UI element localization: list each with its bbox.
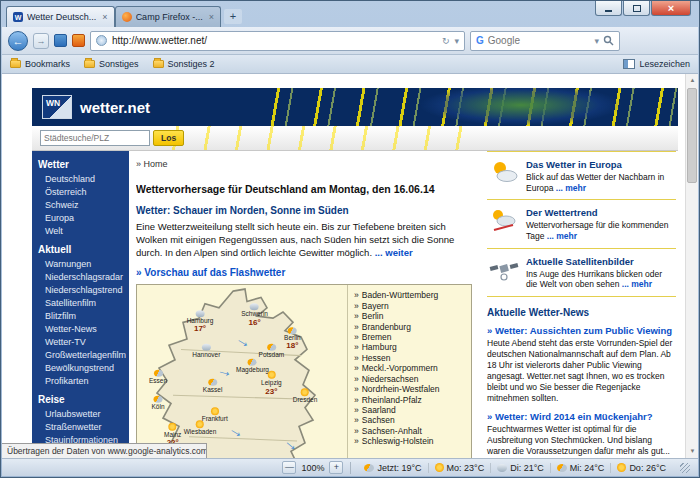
tab-close-icon[interactable]: × xyxy=(102,12,107,22)
url-input[interactable] xyxy=(112,35,437,46)
state-link[interactable]: »Berlin xyxy=(354,311,465,321)
magnifier-icon[interactable] xyxy=(603,35,614,46)
state-link[interactable]: »Saarland xyxy=(354,405,465,415)
city-search-input[interactable] xyxy=(40,130,150,146)
right-column: Das Wetter in Europa Blick auf das Wette… xyxy=(479,151,678,458)
city-search-button[interactable]: Los xyxy=(153,130,184,146)
zoom-out-button[interactable]: — xyxy=(282,461,296,474)
sidebar-item[interactable]: Europa xyxy=(32,212,129,225)
flashwetter-box: Hamburg17°Schwerin16°Berlin18°HannoverPo… xyxy=(136,284,472,458)
state-label: Bayern xyxy=(362,301,389,311)
state-link[interactable]: »Sachsen xyxy=(354,415,465,425)
chevron-down-icon[interactable]: ▾ xyxy=(454,36,459,46)
addon-weather-item[interactable]: Jetzt: 19°C xyxy=(358,463,427,473)
chevron-down-icon[interactable]: ▾ xyxy=(594,36,599,46)
page-columns: WetterDeutschlandÖsterreichSchweizEuropa… xyxy=(32,151,678,458)
addon-weather-item[interactable]: Di: 21°C xyxy=(490,463,550,473)
sidebar-item[interactable]: Straßenwetter xyxy=(32,421,129,434)
news-title-link[interactable]: » Wetter: Aussichten zum Public Viewing xyxy=(487,325,676,336)
sidebar-item[interactable]: Warnungen xyxy=(32,258,129,271)
state-link[interactable]: »Schleswig-Holstein xyxy=(354,436,465,446)
state-link[interactable]: »Meckl.-Vorpommern xyxy=(354,363,465,373)
sidebar-item[interactable]: Österreich xyxy=(32,186,129,199)
promo-title-link[interactable]: Der Wettertrend xyxy=(526,207,674,218)
addon-weather-item[interactable]: Mi: 24°C xyxy=(550,463,611,473)
tab-wetter[interactable]: W Wetter Deutsch... × xyxy=(6,6,115,27)
scrollbar-thumb[interactable] xyxy=(687,88,697,183)
sidebar-item[interactable]: Blitzfilm xyxy=(32,310,129,323)
bookmark-item[interactable]: Sonstiges 2 xyxy=(153,59,215,69)
minimize-button[interactable] xyxy=(595,1,622,16)
state-link[interactable]: »Sachsen-Anhalt xyxy=(354,426,465,436)
promo-item[interactable]: Aktuelle Satellitenbilder Ins Auge des H… xyxy=(487,249,676,297)
scroll-down-icon[interactable]: ▼ xyxy=(686,445,698,458)
sidebar-item[interactable]: Niederschlagsradar xyxy=(32,271,129,284)
mehr-link[interactable]: ... mehr xyxy=(622,279,652,289)
state-label: Schleswig-Holstein xyxy=(362,436,434,446)
bookmark-item[interactable]: Bookmarks xyxy=(10,59,70,69)
reload-icon[interactable]: ↻ xyxy=(442,36,450,46)
web-search-input[interactable] xyxy=(488,35,591,46)
zoom-in-button[interactable]: + xyxy=(329,461,343,474)
resize-grip[interactable] xyxy=(680,463,690,473)
state-link[interactable]: »Hamburg xyxy=(354,342,465,352)
promo-title-link[interactable]: Das Wetter in Europa xyxy=(526,159,674,170)
breadcrumb[interactable]: » Home xyxy=(136,159,472,169)
tab-close-icon[interactable]: × xyxy=(209,12,214,22)
weather-sun-icon xyxy=(617,463,626,472)
arrow-icon: » xyxy=(354,426,359,436)
sidebar-item[interactable]: Niederschlagstrend xyxy=(32,284,129,297)
state-link[interactable]: »Baden-Württemberg xyxy=(354,290,465,300)
sidebar-section-title[interactable]: Reise xyxy=(32,388,129,408)
sidebar-item[interactable]: Schweiz xyxy=(32,199,129,212)
extension-icon[interactable] xyxy=(54,34,67,47)
addon-weather-item[interactable]: Do: 26°C xyxy=(610,463,672,473)
bookmark-item[interactable]: Sonstiges xyxy=(84,59,139,69)
mehr-link[interactable]: ... mehr xyxy=(556,183,586,193)
url-bar[interactable]: ↻ ▾ xyxy=(90,31,465,51)
state-link[interactable]: »Bremen xyxy=(354,332,465,342)
sidebar-item[interactable]: Urlaubswetter xyxy=(32,408,129,421)
forward-button[interactable]: → xyxy=(33,33,49,49)
site-logo[interactable]: WN xyxy=(42,95,72,119)
extension-icon[interactable] xyxy=(72,34,85,47)
addon-weather-item[interactable]: Mo: 23°C xyxy=(428,463,491,473)
promo-title-link[interactable]: Aktuelle Satellitenbilder xyxy=(526,256,674,267)
promo-item[interactable]: Das Wetter in Europa Blick auf das Wette… xyxy=(487,152,676,200)
weiter-link[interactable]: ... weiter xyxy=(375,247,413,258)
arrow-icon: » xyxy=(354,311,359,321)
news-title-link[interactable]: » Wetter: Wird 2014 ein Mückenjahr? xyxy=(487,411,676,422)
state-link[interactable]: »Rheinland-Pfalz xyxy=(354,395,465,405)
tab-campfirefox[interactable]: Camp Firefox -... × xyxy=(115,6,221,27)
lesezeichen-button[interactable]: Lesezeichen xyxy=(623,59,690,69)
state-link[interactable]: »Hessen xyxy=(354,353,465,363)
sidebar-section-title[interactable]: Wetter xyxy=(32,153,129,173)
promo-item[interactable]: Der Wettertrend Wettervorhersage für die… xyxy=(487,200,676,248)
back-button[interactable]: ← xyxy=(8,31,28,51)
mehr-link[interactable]: ... mehr xyxy=(547,231,577,241)
sidebar-item[interactable]: Welt xyxy=(32,225,129,238)
arrow-icon: » xyxy=(354,363,359,373)
maximize-button[interactable] xyxy=(623,1,650,16)
sidebar-item[interactable]: Bewölkungstrend xyxy=(32,362,129,375)
scroll-up-icon[interactable]: ▲ xyxy=(686,74,698,87)
sidebar-item[interactable]: Großwetterlagenfilm xyxy=(32,349,129,362)
state-link[interactable]: »Bayern xyxy=(354,301,465,311)
sidebar-section-title[interactable]: Aktuell xyxy=(32,238,129,258)
vertical-scrollbar[interactable]: ▲ ▼ xyxy=(685,74,698,458)
sidebar-item[interactable]: Wetter-TV xyxy=(32,336,129,349)
sidebar-item[interactable]: Profikarten xyxy=(32,375,129,388)
state-link[interactable]: »Nordrhein-Westfalen xyxy=(354,384,465,394)
state-link[interactable]: »Brandenburg xyxy=(354,322,465,332)
sidebar-item[interactable]: Deutschland xyxy=(32,173,129,186)
bookmark-label: Sonstiges 2 xyxy=(168,59,215,69)
flashwetter-title[interactable]: » Vorschau auf das Flashwetter xyxy=(136,267,472,278)
sidebar-item[interactable]: Wetter-News xyxy=(32,323,129,336)
site-header[interactable]: WN wetter.net xyxy=(32,88,678,126)
close-button[interactable]: × xyxy=(651,1,691,16)
state-link[interactable]: »Niedersachsen xyxy=(354,374,465,384)
search-bar[interactable]: G ▾ xyxy=(470,31,620,51)
site-sidebar: WetterDeutschlandÖsterreichSchweizEuropa… xyxy=(32,151,129,458)
new-tab-button[interactable]: + xyxy=(224,9,242,24)
sidebar-item[interactable]: Satellitenfilm xyxy=(32,297,129,310)
